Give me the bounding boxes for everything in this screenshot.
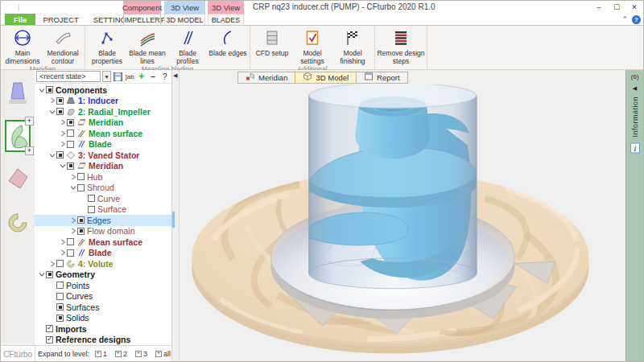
tree-row-curves[interactable]: Curves bbox=[35, 291, 171, 302]
tree-row-meridian[interactable]: Meridian bbox=[35, 117, 171, 129]
ribbon-blade-profiles[interactable]: Blade profiles bbox=[167, 27, 208, 65]
cfturbo-logo-icon[interactable] bbox=[4, 2, 14, 12]
panel-splitter[interactable]: ◀ bbox=[172, 70, 180, 361]
tree-row-curve[interactable]: Curve bbox=[35, 193, 171, 204]
expand-arrow-icon[interactable] bbox=[58, 130, 67, 138]
expand-arrow-icon[interactable] bbox=[47, 97, 56, 105]
visibility-checkbox[interactable] bbox=[67, 162, 74, 170]
close-button[interactable]: ✕ bbox=[625, 1, 643, 13]
expand-information-icon[interactable]: ◀ bbox=[633, 85, 637, 92]
menu-project[interactable]: PROJECT bbox=[35, 14, 85, 25]
state-selector-dropdown-icon[interactable]: ▼ bbox=[102, 71, 112, 82]
visibility-checkbox[interactable] bbox=[56, 260, 64, 267]
visibility-checkbox[interactable] bbox=[56, 315, 64, 322]
tree-row-hub[interactable]: Hub bbox=[35, 171, 171, 183]
tree-rename-icon[interactable]: ]ab bbox=[125, 71, 135, 82]
tree-save-icon[interactable] bbox=[113, 71, 123, 82]
tree-row-edges[interactable]: Edges bbox=[35, 215, 171, 226]
information-sidebar[interactable]: (6) ◀ Information i bbox=[625, 70, 643, 361]
visibility-checkbox[interactable] bbox=[67, 119, 74, 126]
save-icon[interactable] bbox=[23, 2, 33, 12]
tree-row-flow-domain[interactable]: Flow domain bbox=[35, 226, 171, 237]
tab-3d-model[interactable]: 3D MODEL bbox=[164, 14, 205, 25]
tree-row-blade[interactable]: Blade bbox=[35, 248, 171, 259]
minimize-button[interactable]: – bbox=[590, 1, 608, 13]
tree-row-points[interactable]: Points bbox=[35, 280, 171, 291]
tree-row-surface[interactable]: Surface bbox=[35, 204, 171, 216]
expand-arrow-icon[interactable] bbox=[58, 140, 67, 148]
ribbon-model-finishing[interactable]: Model finishing bbox=[332, 27, 373, 65]
visibility-checkbox[interactable] bbox=[56, 97, 64, 105]
visibility-checkbox[interactable] bbox=[88, 195, 95, 202]
expand-arrow-icon[interactable] bbox=[68, 173, 77, 181]
visibility-checkbox[interactable] bbox=[67, 249, 74, 257]
component-strip-vaned-stator[interactable] bbox=[5, 163, 31, 195]
visibility-checkbox[interactable] bbox=[77, 216, 85, 224]
tree-row-4-volute[interactable]: 4: Volute bbox=[35, 258, 171, 269]
tree-row-solids[interactable]: Solids bbox=[35, 313, 171, 324]
tree-add-icon[interactable]: + bbox=[136, 71, 147, 82]
collapse-arrow-icon[interactable] bbox=[37, 86, 46, 94]
collapse-arrow-icon[interactable] bbox=[68, 183, 77, 191]
tree-row-mean-surface[interactable]: Mean surface bbox=[35, 128, 171, 139]
visibility-checkbox[interactable] bbox=[67, 238, 74, 245]
add-component-top-button[interactable]: + bbox=[25, 117, 34, 125]
visibility-checkbox[interactable] bbox=[46, 86, 53, 93]
component-strip-volute[interactable] bbox=[5, 207, 31, 239]
ribbon-cfd-setup[interactable]: CFD setup bbox=[252, 27, 292, 58]
tree-remove-icon[interactable]: − bbox=[148, 71, 159, 82]
tree-row-mean-surface[interactable]: Mean surface bbox=[35, 237, 171, 248]
visibility-checkbox[interactable] bbox=[46, 271, 53, 278]
expand-level-1[interactable]: 1 bbox=[95, 350, 107, 358]
menu-file[interactable]: File bbox=[5, 14, 35, 25]
tree-row-surfaces[interactable]: Surfaces bbox=[35, 302, 171, 313]
visibility-checkbox[interactable] bbox=[56, 293, 64, 300]
ribbon-blade-properties[interactable]: Blade properties bbox=[87, 27, 127, 65]
tree-row-2-radial-impeller[interactable]: 2: Radial_Impeller bbox=[35, 106, 171, 117]
ribbon-model-settings[interactable]: Model settings bbox=[292, 27, 332, 65]
expand-level-3[interactable]: 3 bbox=[135, 350, 147, 358]
expand-arrow-icon[interactable] bbox=[47, 260, 56, 268]
ribbon-meridional-contour[interactable]: Meridional contour bbox=[43, 27, 83, 65]
tree-row-reference-designs[interactable]: Reference designs bbox=[35, 335, 171, 346]
visibility-checkbox[interactable] bbox=[88, 206, 95, 213]
visibility-checkbox[interactable] bbox=[56, 303, 64, 311]
tree-row-meridian[interactable]: Meridian bbox=[35, 161, 171, 172]
maximize-button[interactable]: ☐ bbox=[608, 1, 625, 13]
component-strip-inducer[interactable] bbox=[5, 76, 31, 109]
tree-row-imports[interactable]: Imports bbox=[35, 323, 171, 335]
expand-arrow-icon[interactable] bbox=[58, 118, 67, 126]
visibility-checkbox[interactable] bbox=[56, 151, 64, 158]
collapse-panel-icon[interactable]: ◀ bbox=[173, 72, 177, 79]
view-tab-3d-model[interactable]: 3D Model bbox=[295, 72, 357, 84]
tree-row-geometry[interactable]: Geometry bbox=[35, 269, 171, 281]
ribbon-remove-design-steps[interactable]: Remove design steps bbox=[377, 27, 425, 65]
expand-arrow-icon[interactable] bbox=[58, 249, 67, 257]
expand-arrow-icon[interactable] bbox=[68, 216, 77, 224]
collapse-arrow-icon[interactable] bbox=[47, 108, 56, 116]
visibility-checkbox[interactable] bbox=[77, 184, 85, 191]
customize-dropdown-icon[interactable] bbox=[50, 2, 60, 12]
visibility-checkbox[interactable] bbox=[67, 130, 74, 137]
tree-row-components[interactable]: Components bbox=[35, 84, 171, 96]
collapse-arrow-icon[interactable] bbox=[47, 151, 56, 159]
collapse-arrow-icon[interactable] bbox=[37, 270, 46, 278]
visibility-checkbox[interactable] bbox=[67, 141, 74, 148]
ribbon-blade-mean-lines[interactable]: Blade mean lines bbox=[127, 27, 167, 65]
expand-level-all[interactable]: all bbox=[155, 350, 171, 358]
ribbon-blade-edges[interactable]: Blade edges bbox=[208, 27, 248, 58]
tab-blades[interactable]: BLADES bbox=[208, 14, 244, 25]
visibility-checkbox[interactable] bbox=[46, 336, 53, 343]
3d-model-canvas[interactable] bbox=[180, 84, 625, 361]
visibility-checkbox[interactable] bbox=[77, 173, 85, 180]
tree-row-blade[interactable]: Blade bbox=[35, 139, 171, 150]
close-file-icon[interactable] bbox=[36, 2, 47, 12]
help-icon[interactable]: ? bbox=[632, 15, 641, 24]
tree-row-shroud[interactable]: Shroud bbox=[35, 183, 171, 194]
collapse-ribbon-icon[interactable]: ⌃ bbox=[621, 15, 628, 23]
add-component-bot-button[interactable]: + bbox=[25, 146, 34, 155]
visibility-checkbox[interactable] bbox=[77, 228, 85, 235]
view-tab-report[interactable]: Report bbox=[356, 72, 408, 84]
component-strip-radial-impeller[interactable]: ++ bbox=[5, 120, 31, 152]
ribbon-main-dimensions[interactable]: Main dimensions bbox=[2, 27, 43, 65]
